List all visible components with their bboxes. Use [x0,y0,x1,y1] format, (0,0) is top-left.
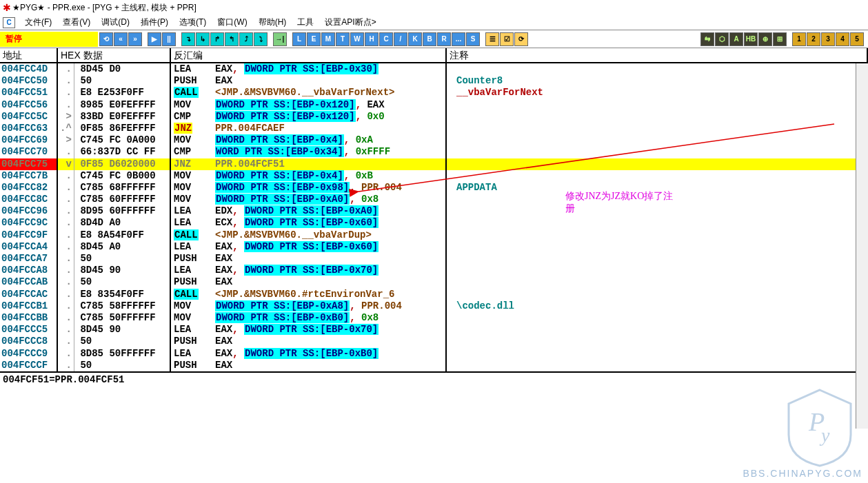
header-comment[interactable]: 注释 [447,48,868,62]
toolbar-button[interactable]: L [292,32,306,46]
toolbar-button[interactable]: ... [452,32,465,46]
toolbar-button[interactable]: / [394,32,407,46]
toolbar-button[interactable]: R [437,32,451,46]
toolbar-button[interactable]: S [466,32,480,46]
code-row[interactable]: 004FCCC8 . 50PUSHEAX [0,336,868,347]
toolbar-button[interactable]: ⊞ [773,32,787,46]
marker-cell: . [58,241,74,253]
menu-item[interactable]: 插件(P) [135,16,174,28]
code-row[interactable]: 004FCCA4 . 8D45 A0LEAEAX, DWORD PTR SS:[… [0,241,868,253]
comment-cell: APPDATA [447,182,868,194]
toolbar-button[interactable]: ↴ [181,32,195,46]
menu-item[interactable]: 帮助(H) [253,16,292,28]
menu-item[interactable]: 选项(T) [174,16,212,28]
toolbar-button[interactable]: ⤵ [254,32,268,46]
address-cell: 004FCC8C [0,194,58,205]
toolbar-button[interactable]: ⊕ [758,32,772,46]
code-row[interactable]: 004FCCC9 . 8D85 50FFFFFFLEAEAX, DWORD PT… [0,348,868,360]
code-row[interactable]: 004FCCA8 . 8D45 90LEAEAX, DWORD PTR SS:[… [0,265,868,276]
address-cell: 004FCC50 [0,75,58,87]
code-row[interactable]: 004FCCBB . C785 50FFFFFFMOVDWORD PTR SS:… [0,312,868,324]
hex-cell: 83BD E0FEFFFF [74,111,171,123]
toolbar-button[interactable]: ⬡ [715,32,729,46]
toolbar-button[interactable]: 5 [850,32,864,46]
comment-cell [447,146,868,158]
code-row[interactable]: 004FCC9C . 8D4D A0LEAECX, DWORD PTR SS:[… [0,217,868,229]
watermark-text: BBS.CHINAPYG.COM [743,468,862,479]
toolbar-button[interactable]: 3 [821,32,835,46]
marker-cell: . [58,348,74,360]
code-row[interactable]: 004FCC5C > 83BD E0FEFFFFCMPDWORD PTR SS:… [0,111,868,123]
toolbar-button[interactable]: ☑ [500,32,514,46]
toolbar-button[interactable]: ▶ [148,32,161,46]
code-row[interactable]: 004FCCC5 . 8D45 90LEAEAX, DWORD PTR SS:[… [0,324,868,336]
toolbar-button[interactable]: 4 [836,32,849,46]
code-row[interactable]: 004FCC75 v 0F85 D6020000JNZPPR.004FCF51 [0,158,868,170]
code-row[interactable]: 004FCC70 . 66:837D CC FFCMPWORD PTR SS:[… [0,146,868,158]
toolbar-button[interactable]: H [365,32,379,46]
toolbar-button[interactable]: B [423,32,436,46]
code-row[interactable]: 004FCC4D . 8D45 D0LEAEAX, DWORD PTR SS:[… [0,63,868,75]
code-row[interactable]: 004FCC8C . C785 60FFFFFFMOVDWORD PTR SS:… [0,194,868,205]
toolbar-button[interactable]: W [350,32,364,46]
toolbar-button[interactable]: ⤴ [239,32,253,46]
comment-cell [447,134,868,146]
menu-item[interactable]: 查看(V) [57,16,96,28]
marker-cell: . [58,87,74,99]
code-row[interactable]: 004FCC7B . C745 FC 0B000MOVDWORD PTR SS:… [0,170,868,182]
menu-item[interactable]: 设置API断点> [319,16,381,28]
code-row[interactable]: 004FCC63.^ 0F85 86FEFFFFJNZPPR.004FCAEF [0,123,868,134]
mnemonic-cell: JNZ [171,158,215,170]
code-row[interactable]: 004FCC69 > C745 FC 0A000MOVDWORD PTR SS:… [0,134,868,146]
address-cell: 004FCCC5 [0,324,58,336]
code-row[interactable]: 004FCCAC . E8 8354F0FFCALL<JMP.&MSVBVM60… [0,289,868,300]
menu-item[interactable]: 工具 [292,16,319,28]
menu-item[interactable]: 调试(D) [96,16,135,28]
toolbar-button[interactable]: « [114,32,128,46]
toolbar-button[interactable]: 1 [792,32,806,46]
toolbar-button[interactable]: ⟲ [99,32,113,46]
toolbar-button[interactable]: 2 [807,32,820,46]
operands-cell: EAX, DWORD PTR SS:[EBP-0x60] [215,241,447,253]
operands-cell: <JMP.&MSVBVM60.__vbaVarDup> [215,229,447,241]
header-disasm[interactable]: 反汇编 [171,48,447,62]
comment-cell [447,253,868,265]
header-address[interactable]: 地址 [0,48,58,62]
code-row[interactable]: 004FCC96 . 8D95 60FFFFFFLEAEDX, DWORD PT… [0,205,868,217]
code-row[interactable]: 004FCCB1 . C785 58FFFFFFMOVDWORD PTR SS:… [0,300,868,312]
toolbar-button[interactable]: K [408,32,422,46]
toolbar-button[interactable]: A [729,32,743,46]
toolbar-button[interactable]: ↰ [225,32,239,46]
toolbar-button[interactable]: T [336,32,350,46]
code-row[interactable]: 004FCC50 . 50PUSHEAXCounter8 [0,75,868,87]
toolbar-button[interactable]: ⟳ [514,32,528,46]
code-row[interactable]: 004FCC82 . C785 68FFFFFFMOVDWORD PTR SS:… [0,182,868,194]
toolbar-button[interactable]: ☰ [485,32,499,46]
toolbar-button[interactable]: C [379,32,393,46]
toolbar-button[interactable]: E [307,32,321,46]
code-row[interactable]: 004FCCCF . 50PUSHEAX [0,360,868,371]
code-row[interactable]: 004FCCA7 . 50PUSHEAX [0,253,868,265]
menu-item[interactable]: 窗口(W) [212,16,252,28]
disassembly-pane[interactable]: 004FCC4D . 8D45 D0LEAEAX, DWORD PTR SS:[… [0,63,868,371]
menu-item[interactable]: 文件(F) [19,16,57,28]
header-hex[interactable]: HEX 数据 [58,48,171,62]
toolbar-button[interactable]: ⇆ [700,32,714,46]
toolbar-button[interactable]: ↱ [210,32,224,46]
toolbar-button[interactable]: ↳ [196,32,210,46]
marker-cell: . [58,360,74,371]
code-row[interactable]: 004FCC9F . E8 8A54F0FFCALL<JMP.&MSVBVM60… [0,229,868,241]
toolbar-button[interactable]: HB [744,32,758,46]
code-row[interactable]: 004FCCAB . 50PUSHEAX [0,276,868,288]
cpu-icon[interactable]: C [3,17,15,28]
operands-cell: DWORD PTR SS:[EBP-0x4], 0xB [215,170,447,182]
code-row[interactable]: 004FCC51 . E8 E253F0FFCALL<JMP.&MSVBVM60… [0,87,868,99]
vertical-scrollbar[interactable] [856,63,868,429]
mnemonic-cell: MOV [171,134,215,146]
code-row[interactable]: 004FCC56 . 8985 E0FEFFFFMOVDWORD PTR SS:… [0,99,868,111]
toolbar-button[interactable]: || [162,32,176,46]
toolbar-button[interactable]: →| [273,32,287,46]
toolbar-button[interactable]: M [321,32,335,46]
svg-text:y: y [819,424,830,446]
toolbar-button[interactable]: » [128,32,142,46]
